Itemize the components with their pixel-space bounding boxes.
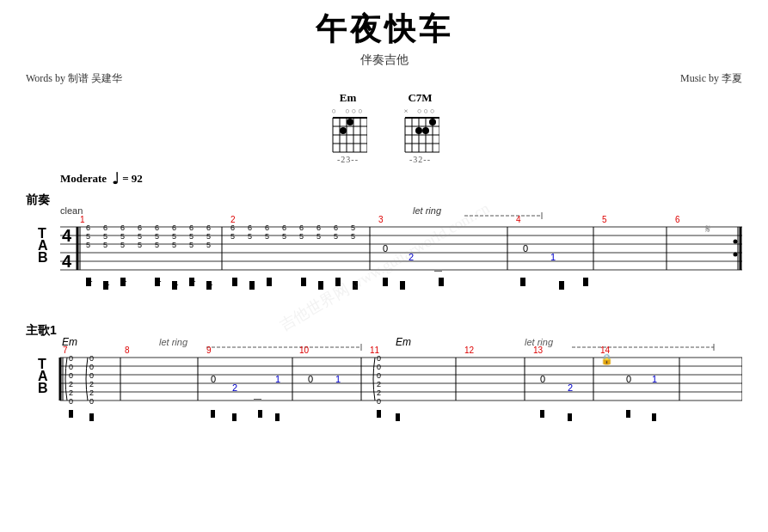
svg-text:6: 6: [189, 223, 194, 232]
svg-text:6: 6: [103, 223, 108, 232]
svg-text:0: 0: [377, 363, 381, 371]
svg-text:3: 3: [378, 215, 384, 224]
svg-rect-200: [211, 410, 215, 418]
svg-text:10: 10: [299, 345, 310, 355]
svg-text:0: 0: [383, 243, 388, 254]
svg-rect-105: [206, 281, 212, 290]
svg-text:5: 5: [155, 241, 159, 249]
svg-rect-206: [540, 410, 544, 418]
subtitle: 伴奏吉他: [26, 52, 742, 68]
svg-rect-203: [275, 413, 280, 421]
svg-text:2: 2: [89, 388, 94, 397]
svg-text:1: 1: [652, 374, 657, 384]
svg-rect-109: [301, 278, 306, 286]
score-svg: 前奏 clean let ring T A B 4 4: [26, 188, 742, 489]
svg-rect-120: [520, 278, 525, 286]
svg-text:9: 9: [206, 345, 212, 355]
svg-rect-121: [559, 281, 564, 290]
svg-text:5: 5: [172, 232, 176, 241]
svg-rect-207: [568, 413, 572, 421]
svg-text:6: 6: [230, 223, 235, 232]
svg-text:2: 2: [89, 380, 94, 388]
svg-text:0: 0: [89, 397, 94, 406]
svg-text:6: 6: [675, 215, 680, 224]
svg-text:6: 6: [282, 223, 286, 232]
chord-em-dots: ○ ○○○: [331, 107, 364, 115]
svg-text:5: 5: [86, 241, 90, 249]
chord-c7m: C7M × ○○○ -32--: [402, 91, 439, 164]
svg-rect-122: [583, 278, 588, 286]
svg-rect-103: [172, 281, 177, 290]
svg-text:2: 2: [377, 388, 381, 397]
svg-text:5: 5: [230, 232, 235, 241]
svg-text:6: 6: [172, 223, 176, 232]
chord-em-name: Em: [340, 91, 357, 105]
svg-text:5: 5: [138, 232, 142, 241]
tempo-note-symbol: ♩: [112, 171, 119, 187]
svg-text:主歌1: 主歌1: [26, 323, 57, 337]
chord-em-grid: [329, 116, 367, 154]
svg-text:5: 5: [120, 232, 125, 241]
svg-text:1: 1: [80, 215, 85, 224]
svg-text:5: 5: [334, 232, 338, 241]
score-area: 前奏 clean let ring T A B 4 4: [26, 188, 742, 492]
svg-rect-108: [267, 278, 272, 286]
svg-text:—: —: [434, 266, 442, 275]
svg-text:0: 0: [211, 374, 216, 384]
svg-rect-110: [318, 281, 323, 290]
svg-rect-114: [400, 281, 405, 290]
svg-text:5: 5: [138, 241, 142, 249]
svg-rect-205: [396, 413, 400, 421]
svg-text:0: 0: [626, 374, 631, 384]
chord-c7m-numbers: -32--: [409, 155, 431, 164]
svg-text:6: 6: [334, 223, 338, 232]
svg-rect-111: [335, 278, 341, 286]
svg-rect-101: [120, 278, 126, 286]
svg-text:B: B: [38, 381, 48, 395]
svg-text:2: 2: [409, 252, 414, 262]
svg-text:1: 1: [275, 374, 280, 384]
svg-text:5: 5: [316, 232, 321, 241]
svg-text:6: 6: [299, 223, 304, 232]
words-by: Words by 制谱 吴建华: [26, 71, 122, 86]
svg-point-25: [415, 127, 422, 134]
svg-text:7: 7: [63, 345, 68, 355]
svg-text:𝄋: 𝄋: [705, 222, 710, 235]
svg-text:5: 5: [189, 241, 194, 249]
svg-text:5: 5: [103, 241, 108, 249]
svg-text:6: 6: [120, 223, 125, 232]
svg-text:0: 0: [89, 363, 94, 371]
svg-text:4: 4: [62, 226, 72, 245]
svg-text:0: 0: [523, 243, 528, 254]
tempo-bpm: = 92: [122, 172, 143, 186]
chord-c7m-name: C7M: [408, 91, 432, 105]
svg-text:0: 0: [69, 371, 73, 380]
tempo-line: Moderate ♩ = 92: [60, 171, 742, 187]
svg-text:13: 13: [533, 345, 544, 355]
svg-point-131: [734, 253, 738, 257]
svg-point-26: [422, 127, 429, 134]
chord-c7m-grid: [402, 116, 439, 154]
section-intro-label: 前奏: [26, 193, 51, 206]
svg-rect-99: [86, 278, 91, 286]
svg-text:5: 5: [351, 223, 355, 232]
svg-text:let ring: let ring: [413, 205, 442, 216]
svg-text:1: 1: [335, 374, 341, 384]
chord-em: Em ○ ○○○ -23--: [329, 91, 367, 164]
svg-text:0: 0: [69, 363, 73, 371]
svg-text:0: 0: [69, 354, 73, 363]
svg-text:5: 5: [282, 232, 286, 241]
chord-em-numbers: -23--: [337, 155, 359, 164]
svg-rect-113: [383, 278, 388, 286]
svg-text:5: 5: [351, 232, 355, 241]
svg-text:12: 12: [464, 345, 475, 355]
svg-rect-202: [258, 410, 262, 418]
svg-rect-100: [103, 281, 108, 290]
svg-rect-198: [69, 410, 73, 418]
svg-text:2: 2: [69, 380, 73, 388]
svg-text:Em: Em: [396, 336, 411, 348]
svg-text:2: 2: [69, 388, 73, 397]
svg-point-11: [340, 127, 347, 134]
svg-text:let ring: let ring: [159, 337, 188, 347]
svg-text:5: 5: [265, 232, 269, 241]
